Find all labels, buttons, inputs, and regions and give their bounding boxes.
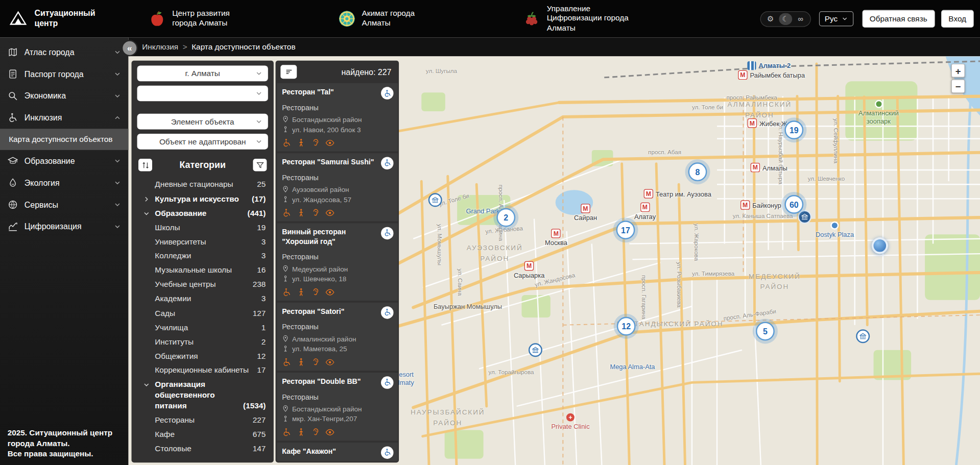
map-cluster-marker[interactable]: 8 (688, 162, 707, 181)
result-card[interactable]: Ресторан "Samurai Sushi" Рестораны Ауэзо… (277, 153, 398, 221)
map-cluster-marker[interactable]: 2 (496, 208, 515, 227)
wheelchair-icon[interactable] (282, 208, 291, 217)
category-row[interactable]: Культура и искусство (17) (137, 192, 268, 206)
hearing-icon[interactable] (310, 357, 320, 366)
map-cluster-marker[interactable]: 17 (616, 221, 635, 239)
vision-icon[interactable] (325, 208, 334, 217)
breadcrumb-parent[interactable]: Инклюзия (142, 42, 178, 51)
vision-icon[interactable] (325, 138, 334, 148)
wheelchair-icon[interactable] (282, 427, 291, 436)
collapse-sidebar-button[interactable]: « (122, 40, 138, 56)
header-tool-button[interactable]: ∞ (794, 13, 807, 25)
metro-station-marker[interactable]: МРайымбек батыра (738, 70, 805, 80)
mobility-person-icon[interactable] (296, 427, 305, 436)
app-logo[interactable]: Ситуационный центр (0, 8, 127, 29)
org-block[interactable]: Управление Цифровизации города Алматы (522, 4, 629, 33)
category-row[interactable]: Институты 2 (137, 335, 268, 349)
sidebar-item[interactable]: Инклюзия (0, 107, 128, 129)
org-block[interactable]: Акимат города Алматы (338, 9, 415, 29)
header-tool-button[interactable]: ⚙ (764, 13, 777, 25)
hearing-icon[interactable] (310, 208, 320, 217)
metro-label: Сайран (574, 214, 597, 222)
category-row[interactable]: Учебные центры 238 (137, 278, 268, 292)
sidebar-item[interactable]: Экономика (0, 85, 128, 107)
map-cluster-marker[interactable]: 12 (617, 317, 636, 336)
categories-list[interactable]: Дневные стационары 25 Культура и искусст… (137, 178, 268, 458)
category-row[interactable]: Дневные стационары 25 (137, 178, 268, 192)
category-row[interactable]: Организация общественного питания (1534) (137, 378, 268, 413)
map-cluster-marker[interactable]: 60 (784, 195, 803, 214)
category-row[interactable]: Кафе 675 (137, 427, 268, 442)
category-row[interactable]: Коррекционные кабинеты 17 (137, 363, 268, 378)
wheelchair-icon[interactable] (282, 287, 291, 297)
hearing-icon[interactable] (310, 287, 320, 297)
sidebar-item[interactable]: Экология (0, 172, 128, 194)
zoom-out-button[interactable]: − (951, 80, 965, 93)
org-block[interactable]: Центр развития города Алматы (148, 9, 229, 29)
sidebar-item[interactable]: Карта доступности объектов (0, 129, 128, 150)
category-row[interactable]: Общежития 12 (137, 349, 268, 363)
metro-station-marker[interactable]: МТеатр им. Ауэзова (644, 189, 711, 198)
metro-station-marker[interactable]: МАлмалы (751, 163, 787, 172)
vision-icon[interactable] (325, 427, 334, 436)
wheelchair-icon[interactable] (282, 357, 291, 366)
header-tool-button[interactable]: ☾ (779, 13, 792, 25)
vision-icon[interactable] (325, 287, 334, 297)
metro-station-marker[interactable]: ММосква (545, 229, 567, 246)
metro-station-marker[interactable]: МСарыарка (514, 261, 544, 279)
poi-pin-marker[interactable] (872, 237, 888, 254)
zoom-in-button[interactable]: + (951, 64, 965, 78)
railway-station-marker[interactable]: Алматы-2 (747, 61, 791, 70)
vision-icon[interactable] (325, 357, 334, 366)
category-row[interactable]: Рестораны 227 (137, 413, 268, 427)
result-card[interactable]: Винный ресторан "Хороший год" Рестораны … (277, 223, 398, 301)
results-filter-button[interactable] (280, 65, 297, 79)
category-row[interactable]: Кофейни 226 (137, 456, 268, 457)
map-cluster-marker[interactable]: 5 (756, 322, 775, 341)
feedback-button[interactable]: Обратная связь (862, 10, 935, 28)
sidebar-item[interactable]: Паспорт города (0, 63, 128, 85)
sidebar-item[interactable]: Сервисы (0, 194, 128, 216)
sort-categories-button[interactable] (138, 159, 152, 171)
language-selector[interactable]: Рус (819, 11, 853, 26)
landmark-marker[interactable] (856, 329, 870, 343)
mobility-person-icon[interactable] (296, 357, 305, 366)
mobility-person-icon[interactable] (296, 208, 305, 217)
login-button[interactable]: Вход (941, 10, 974, 28)
result-card[interactable]: Ресторан "Tal" Рестораны Бостандыкский р… (277, 83, 398, 151)
category-row[interactable]: Музыкальные школы 16 (137, 263, 268, 278)
filter-dropdown[interactable]: г. Алматы (137, 66, 268, 82)
category-row[interactable]: Училища 1 (137, 321, 268, 335)
hearing-icon[interactable] (310, 427, 320, 436)
mobility-person-icon[interactable] (296, 138, 305, 148)
category-row[interactable]: Колледжи 3 (137, 249, 268, 263)
landmark-marker[interactable] (428, 193, 442, 207)
category-row[interactable]: Столовые 147 (137, 442, 268, 456)
metro-station-marker[interactable]: МСайран (574, 204, 597, 221)
filter-dropdown[interactable]: Объект не адаптирован (137, 134, 268, 150)
result-card[interactable]: Кафе "Акажон" (277, 442, 398, 461)
metro-station-marker[interactable]: МАлатау (634, 203, 656, 220)
landmark-marker[interactable] (798, 210, 811, 224)
hearing-icon[interactable] (310, 138, 320, 148)
category-row[interactable]: Школы 19 (137, 221, 268, 235)
map-cluster-marker[interactable]: 19 (784, 120, 803, 139)
category-row[interactable]: Сады 127 (137, 306, 268, 321)
metro-station-marker[interactable]: МБайконур (740, 200, 781, 209)
sidebar-item[interactable]: Образование (0, 150, 128, 172)
result-card[interactable]: Ресторан "Double BB" Рестораны Бостандык… (277, 372, 398, 440)
poi-label: Mega Alma-Ata (610, 363, 655, 371)
filter-dropdown[interactable]: Элемент объекта (137, 114, 268, 130)
mobility-person-icon[interactable] (296, 287, 305, 297)
sidebar-item[interactable]: Атлас города (0, 41, 128, 63)
sidebar-item[interactable]: Цифровизация (0, 215, 128, 237)
result-card[interactable]: Ресторан "Satori" Рестораны Алмалинский … (277, 302, 398, 370)
filter-dropdown[interactable] (137, 86, 268, 102)
category-row[interactable]: Университеты 3 (137, 235, 268, 249)
filter-categories-button[interactable] (253, 159, 267, 171)
wheelchair-icon[interactable] (282, 138, 291, 148)
landmark-marker[interactable] (529, 343, 542, 357)
results-list[interactable]: Ресторан "Tal" Рестораны Бостандыкский р… (276, 83, 399, 461)
category-row[interactable]: Академии 3 (137, 292, 268, 306)
category-row[interactable]: Образование (441) (137, 206, 268, 221)
